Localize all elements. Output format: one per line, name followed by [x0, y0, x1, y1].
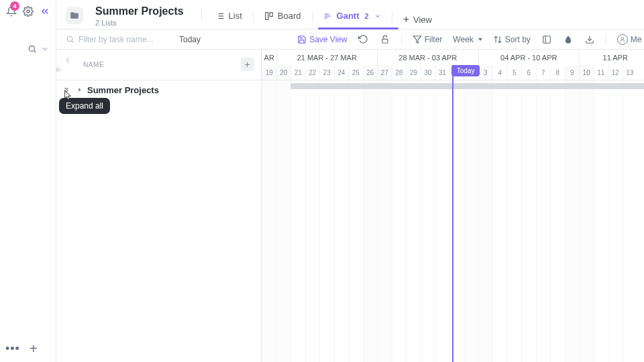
timeline-day-label: 10 — [579, 65, 594, 80]
timeline-day-label: 9 — [565, 65, 580, 80]
autosave-button[interactable] — [358, 34, 369, 45]
caret-right-icon[interactable] — [76, 86, 83, 93]
svg-point-1 — [29, 46, 34, 51]
timeline-column — [435, 80, 449, 362]
settings-button[interactable] — [22, 4, 34, 19]
timeline-column — [608, 80, 623, 362]
filter-label: Filter — [425, 35, 443, 44]
timeline-day-label: 11 — [594, 65, 608, 80]
tab-list-label: List — [229, 11, 242, 21]
timeline-day-label: 27 — [377, 65, 392, 80]
timeline-column — [305, 80, 320, 362]
svg-point-23 — [621, 37, 623, 39]
sortby-button[interactable]: Sort by — [493, 35, 531, 44]
expand-columns-button[interactable] — [541, 34, 552, 45]
avatar-icon — [617, 34, 628, 45]
add-column-button[interactable]: + — [241, 58, 254, 71]
timeline-day-label: 24 — [334, 65, 349, 80]
group-row[interactable]: Summer Projects Expand all — [56, 80, 261, 99]
timeline-column — [492, 80, 507, 362]
timeline-week-label: 04 APR - 10 APR — [478, 50, 580, 65]
me-filter-button[interactable]: Me — [617, 34, 642, 45]
timeline-day-label: 8 — [550, 65, 565, 80]
timeline-day-label: 13 — [623, 65, 637, 80]
svg-point-0 — [27, 10, 30, 13]
sortby-label: Sort by — [505, 35, 531, 44]
page-title[interactable]: Summer Projects — [95, 5, 184, 17]
today-marker — [452, 65, 453, 362]
timeline-column — [363, 80, 378, 362]
timeline-column — [276, 80, 291, 362]
page-subtitle: 2 Lists — [95, 19, 184, 27]
left-rail: 4 ••• + — [0, 0, 56, 362]
divider — [392, 11, 392, 23]
timeline-day-label: 22 — [305, 65, 320, 80]
collapse-column-icon[interactable] — [63, 56, 72, 74]
timeline-day-label: 28 — [392, 65, 407, 80]
today-flag[interactable]: Today — [451, 65, 480, 76]
gantt-bar[interactable] — [290, 83, 644, 89]
page-header: Summer Projects 2 Lists List Board Gantt — [56, 0, 644, 29]
gantt-timeline[interactable]: AR21 MAR - 27 MAR28 MAR - 03 APR04 APR -… — [262, 50, 644, 362]
svg-rect-10 — [270, 12, 272, 16]
rail-dropdown-button[interactable] — [41, 45, 49, 53]
add-button[interactable]: + — [30, 341, 38, 357]
timeline-day-label: 3 — [478, 65, 493, 80]
svg-rect-9 — [266, 12, 268, 19]
tab-list[interactable]: List — [214, 8, 244, 29]
timeline-column — [536, 80, 551, 362]
column-header: NAME + — [56, 50, 261, 80]
timerange-label: Week — [453, 35, 473, 44]
svg-line-15 — [72, 41, 73, 42]
timeline-column — [449, 80, 464, 362]
timeline-day-label: 30 — [421, 65, 435, 80]
timeline-column — [507, 80, 522, 362]
rail-search-button[interactable] — [28, 44, 37, 54]
divider — [312, 11, 313, 23]
notifications-button[interactable]: 4 — [5, 4, 17, 19]
expand-all-button[interactable] — [60, 84, 72, 96]
svg-point-14 — [67, 36, 72, 42]
timeline-column — [579, 80, 594, 362]
tab-gantt-label: Gantt — [337, 11, 360, 21]
color-button[interactable] — [563, 34, 574, 45]
filter-button[interactable]: Filter — [413, 35, 443, 44]
notification-badge: 4 — [10, 1, 19, 11]
task-filter-search[interactable] — [66, 35, 166, 44]
tab-gantt-options[interactable] — [374, 13, 381, 19]
timeline-column — [290, 80, 305, 362]
timeline-day-label: 7 — [536, 65, 551, 80]
timeline-day-label: 31 — [435, 65, 449, 80]
timeline-column — [421, 80, 435, 362]
timeline-column — [334, 80, 349, 362]
timeline-day-label: 23 — [319, 65, 334, 80]
timeline-column — [565, 80, 580, 362]
timeline-column — [478, 80, 493, 362]
timeline-column — [348, 80, 363, 362]
timeline-column — [262, 80, 276, 362]
timerange-dropdown[interactable]: Week — [453, 35, 482, 44]
group-title: Summer Projects — [87, 85, 159, 95]
lock-button[interactable] — [380, 34, 390, 45]
timeline-day-label: 26 — [363, 65, 378, 80]
tab-board[interactable]: Board — [263, 8, 303, 29]
tab-gantt[interactable]: Gantt 2 — [322, 8, 382, 29]
column-name-label: NAME — [83, 61, 104, 68]
save-view-button[interactable]: Save View — [297, 35, 347, 44]
collapse-sidebar-button[interactable] — [39, 4, 50, 19]
divider — [201, 8, 202, 20]
folder-icon — [66, 7, 83, 24]
add-view-label: View — [413, 15, 432, 25]
export-button[interactable] — [584, 34, 595, 45]
timeline-column — [319, 80, 334, 362]
task-filter-input[interactable] — [78, 35, 166, 44]
timeline-day-label: 25 — [348, 65, 363, 80]
svg-line-2 — [34, 51, 36, 53]
tab-board-label: Board — [278, 11, 301, 21]
timeline-column — [392, 80, 407, 362]
timeline-column — [594, 80, 608, 362]
today-button[interactable]: Today — [176, 34, 203, 46]
more-options-button[interactable]: ••• — [5, 342, 20, 356]
timeline-week-label: 11 APR — [579, 50, 644, 65]
me-label: Me — [631, 35, 642, 44]
